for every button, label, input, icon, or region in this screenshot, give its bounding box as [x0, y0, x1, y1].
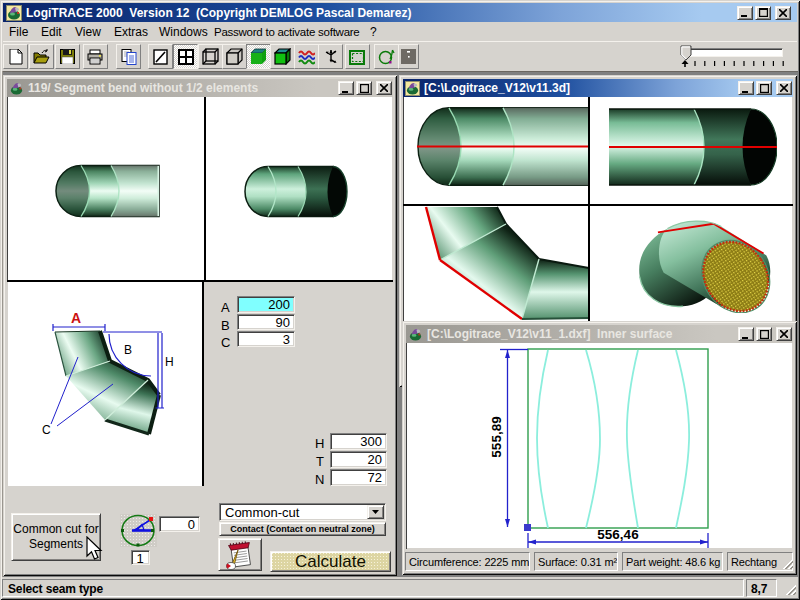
inner-surface-close[interactable] [776, 327, 792, 341]
seam-type-value: Common-cut [225, 505, 299, 520]
new-document-button[interactable] [3, 44, 28, 69]
divider-horizontal-3d [403, 204, 793, 206]
model-3d-minimize[interactable] [738, 81, 754, 95]
copy-button[interactable] [116, 44, 141, 69]
pipe-3d-top-view [417, 107, 589, 186]
mdi-workspace: 119/ Segment bend without 1/2 elements [2, 71, 798, 577]
param-t-field[interactable]: 20 [330, 451, 387, 468]
param-a-label: A [221, 300, 230, 315]
inner-surface-title: [C:\Logitrace_V12\v11_1.dxf] Inner surfa… [427, 327, 672, 341]
status-circumference: Circumference: 2225 mm [405, 552, 530, 571]
color-waves-icon [298, 49, 315, 65]
calculate-button[interactable]: Calculate [270, 551, 391, 572]
status-surface: Surface: 0.31 m² [534, 552, 618, 571]
menu-edit[interactable]: Edit [41, 25, 62, 41]
print-button[interactable] [83, 44, 108, 69]
seam-type-combobox[interactable]: Common-cut [219, 503, 386, 521]
development-pattern: 555,89 556,46 [406, 343, 792, 549]
model-3d-titlebar[interactable]: [C:\Logitrace_V12\v11.3d] [403, 79, 793, 97]
open-folder-icon [33, 49, 51, 65]
model-3d-maximize[interactable] [756, 81, 772, 95]
bw-view-button[interactable] [148, 44, 173, 69]
model-3d-close[interactable] [776, 81, 792, 95]
save-button[interactable] [55, 44, 80, 69]
rotation-angle-icon[interactable] [120, 514, 157, 547]
param-t-label: T [316, 454, 324, 469]
hidden-line-cube-button[interactable] [222, 44, 247, 69]
maximize-button[interactable] [755, 6, 771, 20]
segment-bend-client: A B H C A 200 B 90 C [7, 96, 393, 572]
print-icon [87, 49, 104, 65]
segment-bend-close[interactable] [376, 81, 392, 95]
inner-surface-client: 555,89 556,46 [406, 342, 793, 549]
menu-view[interactable]: View [75, 25, 101, 41]
application-window: LogiTRACE 2000 Version 12 (Copyright DEM… [0, 0, 800, 600]
param-n-field[interactable]: 72 [330, 469, 387, 486]
common-cut-line1: Common cut for [13, 522, 98, 537]
menu-file[interactable]: File [9, 25, 28, 41]
four-pane-view-button[interactable] [173, 44, 198, 69]
app-icon [6, 5, 22, 21]
model-3d-title: [C:\Logitrace_V12\v11.3d] [424, 81, 570, 95]
inactive-tool-button[interactable] [398, 44, 419, 69]
menu-password[interactable]: Password to activate software [214, 25, 360, 41]
segment-bend-minimize[interactable] [338, 81, 354, 95]
param-c-field[interactable]: 3 [237, 331, 295, 347]
segment-bend-maximize[interactable] [356, 81, 372, 95]
inner-surface-window[interactable]: [C:\Logitrace_V12\v11_1.dxf] Inner surfa… [402, 321, 797, 575]
status-part-weight: Part weight: 48.6 kg [622, 552, 723, 571]
minimize-button[interactable] [737, 6, 753, 20]
flat-shaded-cube-button[interactable] [246, 44, 271, 69]
bw-view-icon [153, 49, 168, 65]
mouse-cursor [86, 536, 104, 562]
dashed-selection-button[interactable] [345, 44, 370, 69]
common-cut-line2: Segments [29, 537, 83, 552]
open-button[interactable] [29, 44, 54, 69]
hidden-line-cube-icon [226, 48, 243, 65]
inner-surface-titlebar[interactable]: [C:\Logitrace_V12\v11_1.dxf] Inner surfa… [406, 325, 793, 343]
zoom-slider-track [685, 48, 783, 57]
zoom-slider-ticks [676, 60, 791, 69]
combo-dropdown-button[interactable] [367, 505, 384, 519]
circle-tool-icon [378, 48, 396, 66]
segment-bend-window[interactable]: 119/ Segment bend without 1/2 elements [3, 75, 397, 576]
inner-surface-minimize[interactable] [738, 327, 754, 341]
notes-button[interactable] [218, 538, 262, 571]
notepad-icon [225, 540, 255, 570]
pipe-side-view-b [244, 165, 348, 219]
pipe-branch-button[interactable] [318, 44, 343, 69]
divider-vertical [204, 96, 206, 280]
inner-surface-resize-grip[interactable] [781, 557, 793, 569]
flat-shaded-cube-icon [250, 48, 267, 65]
inner-surface-statusbar: Circumference: 2225 mm Surface: 0.31 m² … [404, 550, 795, 572]
close-button[interactable] [775, 6, 791, 20]
app-title: LogiTRACE 2000 Version 12 (Copyright DEM… [26, 6, 411, 20]
circle-tool-button[interactable] [374, 44, 399, 69]
inner-surface-window-icon [408, 327, 423, 342]
rotation-angle-field[interactable]: 0 [159, 516, 200, 532]
param-b-field[interactable]: 90 [237, 314, 295, 330]
param-a-field[interactable]: 200 [237, 296, 295, 313]
inner-surface-maximize[interactable] [756, 327, 772, 341]
contact-button[interactable]: Contact (Contact on neutral zone) [219, 522, 386, 536]
pattern-width-dim: 556,46 [597, 527, 639, 542]
diagram-label-c: C [42, 423, 51, 437]
zoom-slider[interactable] [676, 44, 791, 70]
param-b-label: B [221, 318, 230, 333]
app-resize-grip[interactable] [784, 583, 796, 595]
solid-green-cube-button[interactable] [270, 44, 295, 69]
segment-count-field[interactable]: 1 [131, 550, 150, 565]
param-n-label: N [315, 472, 324, 487]
menu-windows[interactable]: Windows [159, 25, 208, 41]
zoom-slider-thumb[interactable] [680, 45, 692, 61]
color-waves-button[interactable] [294, 44, 319, 69]
param-h-field[interactable]: 300 [330, 433, 387, 450]
pipe-branch-icon [323, 48, 339, 65]
title-bar[interactable]: LogiTRACE 2000 Version 12 (Copyright DEM… [3, 3, 797, 22]
menu-extras[interactable]: Extras [114, 25, 148, 41]
pattern-height-dim: 555,89 [489, 416, 504, 457]
menu-help[interactable]: ? [370, 25, 377, 41]
segment-bend-titlebar[interactable]: 119/ Segment bend without 1/2 elements [7, 79, 393, 97]
wireframe-cube-button[interactable] [198, 44, 223, 69]
elbow-3d-view [628, 217, 780, 313]
